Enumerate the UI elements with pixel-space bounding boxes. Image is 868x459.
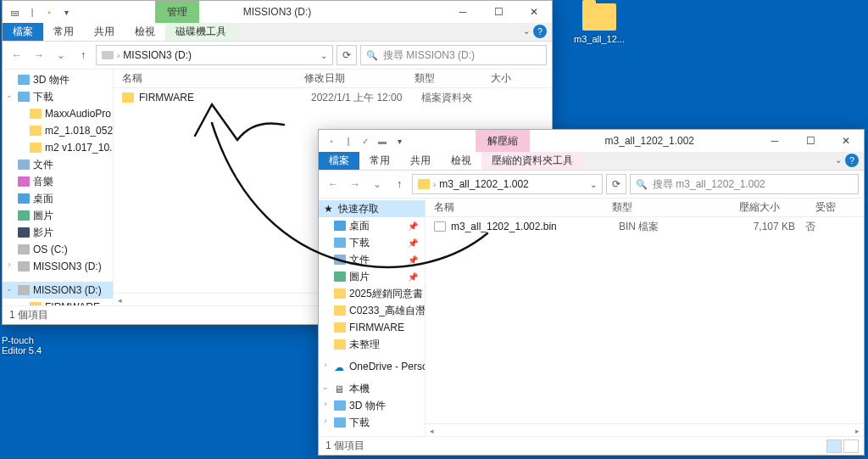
context-tab-extract[interactable]: 解壓縮: [476, 130, 530, 152]
context-tab-manage[interactable]: 管理: [155, 1, 199, 23]
nav-item[interactable]: 圖片📌: [319, 268, 425, 285]
folder-icon: [418, 179, 430, 189]
col-type[interactable]: 類型: [406, 71, 482, 86]
list-item-bin[interactable]: m3_all_1202_1.002.bin BIN 檔案 7,107 KB 否: [426, 217, 864, 236]
nav-item[interactable]: 2025經銷同意書: [319, 285, 425, 302]
nav-pane[interactable]: ★快速存取 桌面📌 下載📌 文件📌 圖片📌 2025經銷同意書 C0233_高雄…: [319, 199, 425, 436]
nav-item[interactable]: FIRMWARE: [319, 319, 425, 336]
nav-item[interactable]: 桌面📌: [319, 217, 425, 234]
column-headers[interactable]: 名稱 修改日期 類型 大小: [114, 70, 552, 88]
recent-chevron[interactable]: ⌄: [368, 175, 387, 193]
tab-file[interactable]: 檔案: [319, 152, 359, 170]
file-icon: [434, 221, 446, 232]
nav-item[interactable]: ›下載: [319, 414, 425, 431]
tab-drive-tools[interactable]: 磁碟機工具: [165, 23, 236, 41]
forward-button[interactable]: →: [30, 46, 48, 64]
tab-archive-tools[interactable]: 壓縮的資料夾工具: [481, 152, 583, 170]
ribbon: 檔案 常用 共用 檢視 磁碟機工具 ⌄ ?: [3, 23, 552, 42]
help-button[interactable]: ?: [533, 25, 547, 38]
col-date[interactable]: 修改日期: [296, 71, 406, 86]
nav-item[interactable]: 下載📌: [319, 234, 425, 251]
search-input[interactable]: 🔍 搜尋 MISSION3 (D:): [360, 45, 547, 65]
tab-view[interactable]: 檢視: [441, 152, 481, 170]
tab-share[interactable]: 共用: [84, 23, 125, 41]
nav-quick-access[interactable]: ★快速存取: [319, 200, 425, 217]
chevron-down-icon[interactable]: ⌄: [590, 180, 597, 189]
list-item-firmware[interactable]: FIRMWARE 2022/1/1 上午 12:00 檔案資料夾: [114, 88, 552, 107]
minimize-button[interactable]: ─: [757, 130, 793, 152]
col-csize[interactable]: 壓縮大小: [731, 200, 807, 215]
refresh-button[interactable]: ⟳: [337, 45, 357, 65]
nav-item[interactable]: ›3D 物件: [319, 397, 425, 414]
maximize-button[interactable]: ☐: [481, 1, 516, 23]
back-button[interactable]: ←: [324, 175, 342, 193]
tab-file[interactable]: 檔案: [3, 23, 43, 41]
folder-icon: ▪: [324, 133, 339, 148]
ribbon: 檔案 常用 共用 檢視 壓縮的資料夾工具 ⌄ ?: [319, 152, 864, 171]
breadcrumb[interactable]: MISSION3 (D:): [123, 49, 192, 61]
item-count: 1 個項目: [326, 439, 364, 453]
tab-share[interactable]: 共用: [400, 152, 441, 170]
help-button[interactable]: ?: [845, 154, 859, 167]
tab-view[interactable]: 檢視: [125, 23, 165, 41]
refresh-button[interactable]: ⟳: [606, 174, 626, 194]
desktop-folder-icon[interactable]: m3_all_12...: [570, 3, 629, 44]
search-placeholder: 搜尋 m3_all_1202_1.002: [653, 177, 765, 192]
folder-icon: [122, 92, 134, 103]
status-bar: 1 個項目: [319, 436, 864, 455]
col-enc[interactable]: 受密: [807, 200, 864, 215]
tab-home[interactable]: 常用: [359, 152, 400, 170]
nav-this-pc[interactable]: ⌄🖥本機: [319, 380, 425, 397]
folder-icon: ▪: [42, 4, 57, 20]
titlebar[interactable]: ▪ | ✓ ▬ ▾ 解壓縮 m3_all_1202_1.002 ─ ☐ ✕: [319, 130, 864, 152]
search-icon: 🔍: [636, 179, 648, 190]
up-button[interactable]: ↑: [74, 46, 92, 64]
close-button[interactable]: ✕: [516, 1, 552, 23]
minimize-button[interactable]: ─: [445, 1, 481, 23]
back-button[interactable]: ←: [8, 46, 26, 64]
window-title: MISSION3 (D:): [243, 6, 312, 18]
ribbon-expand-icon[interactable]: ⌄: [835, 155, 842, 165]
nav-item-firmware[interactable]: FIRMWARE: [3, 299, 113, 305]
tab-home[interactable]: 常用: [43, 23, 84, 41]
search-icon: 🔍: [366, 50, 378, 61]
scrollbar-horizontal[interactable]: ◂▸: [426, 423, 864, 436]
ribbon-expand-icon[interactable]: ⌄: [523, 26, 530, 36]
recent-chevron[interactable]: ⌄: [52, 46, 70, 64]
col-name[interactable]: 名稱: [114, 71, 296, 86]
maximize-button[interactable]: ☐: [793, 130, 828, 152]
folder-icon: [582, 3, 616, 31]
chevron-right-icon: ›: [433, 180, 436, 189]
breadcrumb[interactable]: m3_all_1202_1.002: [439, 178, 528, 190]
nav-item-mission3[interactable]: ⌄MISSION3 (D:): [3, 282, 113, 299]
navbar: ← → ⌄ ↑ › MISSION3 (D:) ⌄ ⟳ 🔍 搜尋 MISSION…: [3, 42, 552, 69]
nav-onedrive[interactable]: ›☁OneDrive - Perso: [319, 358, 425, 375]
nav-item[interactable]: C0233_高雄自潛: [319, 302, 425, 319]
drive-icon: [102, 51, 114, 59]
up-button[interactable]: ↑: [390, 175, 409, 193]
address-bar[interactable]: › MISSION3 (D:) ⌄: [96, 45, 333, 65]
col-size[interactable]: 大小: [482, 71, 552, 86]
file-list: 名稱 類型 壓縮大小 受密 m3_all_1202_1.002.bin BIN …: [425, 199, 864, 436]
navbar: ← → ⌄ ↑ › m3_all_1202_1.002 ⌄ ⟳ 🔍 搜尋 m3_…: [319, 171, 864, 198]
drive-icon: 🖴: [8, 4, 23, 20]
ptouch-label: P-touchEditor 5.4: [2, 335, 42, 355]
qat-chevron[interactable]: ▾: [392, 133, 407, 148]
qat-chevron[interactable]: ▾: [58, 4, 74, 20]
titlebar[interactable]: 🖴 | ▪ ▾ 管理 MISSION3 (D:) ─ ☐ ✕: [3, 1, 552, 23]
nav-item[interactable]: 未整理: [319, 336, 425, 353]
chevron-down-icon[interactable]: ⌄: [320, 51, 327, 60]
window-m3-all: ▪ | ✓ ▬ ▾ 解壓縮 m3_all_1202_1.002 ─ ☐ ✕ 檔案…: [318, 129, 865, 456]
chevron-right-icon: ›: [117, 51, 120, 60]
forward-button[interactable]: →: [346, 175, 364, 193]
qat-sep: |: [341, 133, 356, 148]
nav-item[interactable]: 文件📌: [319, 251, 425, 268]
search-input[interactable]: 🔍 搜尋 m3_all_1202_1.002: [630, 174, 859, 194]
col-type[interactable]: 類型: [604, 200, 731, 215]
col-name[interactable]: 名稱: [426, 200, 604, 215]
close-button[interactable]: ✕: [828, 130, 864, 152]
nav-pane[interactable]: 3D 物件 ⌄下載 MaxxAudioPro m2_1.018_052... m…: [3, 70, 113, 305]
column-headers[interactable]: 名稱 類型 壓縮大小 受密: [426, 199, 864, 217]
address-bar[interactable]: › m3_all_1202_1.002 ⌄: [412, 174, 603, 194]
view-switch[interactable]: [826, 439, 859, 453]
